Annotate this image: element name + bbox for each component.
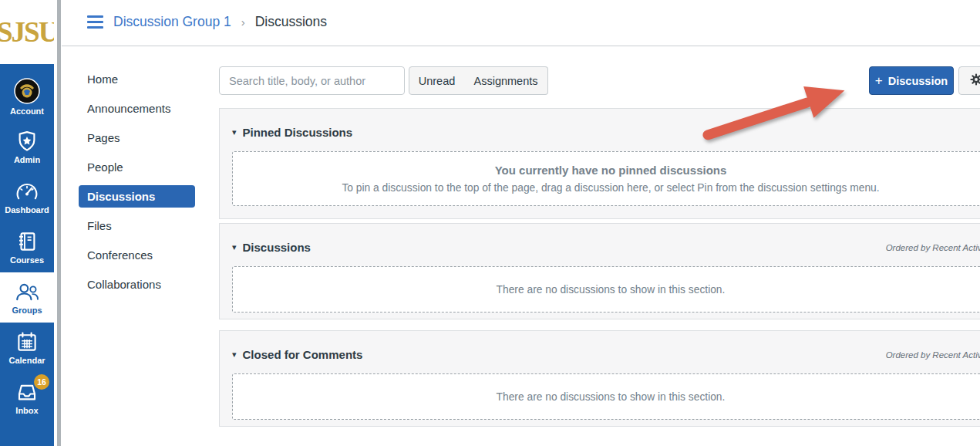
book-icon [15, 230, 39, 253]
global-nav-label: Dashboard [5, 205, 49, 215]
add-discussion-button[interactable]: + Discussion [869, 66, 954, 95]
sjsu-logo-text: SJSU [0, 15, 54, 49]
global-nav-items: Account Admin [0, 64, 54, 446]
global-nav-courses[interactable]: Courses [0, 222, 54, 272]
course-nav-home[interactable]: Home [87, 69, 218, 89]
global-nav-logout[interactable] [0, 429, 54, 446]
header-divider [62, 46, 980, 46]
empty-state-title: You currently have no pinned discussions [495, 164, 727, 177]
breadcrumb: Discussion Group 1 › Discussions [87, 14, 327, 30]
window-divider [57, 0, 61, 446]
shield-star-icon [15, 130, 39, 153]
course-nav-conferences[interactable]: Conferences [87, 245, 218, 265]
global-nav-groups[interactable]: Groups [0, 272, 54, 323]
global-nav-label: Groups [12, 306, 42, 315]
global-nav-admin[interactable]: Admin [0, 122, 54, 172]
ordered-by-label: Ordered by Recent Activity [886, 243, 980, 252]
global-nav-label: Account [10, 106, 44, 116]
empty-state-body: There are no discussions to show in this… [497, 284, 726, 296]
collapse-arrow-icon[interactable]: ▾ [232, 350, 237, 360]
closed-empty-dropzone[interactable]: There are no discussions to show in this… [232, 373, 980, 420]
global-nav-label: Calendar [8, 356, 45, 365]
course-nav: Home Announcements Pages People Discussi… [87, 69, 218, 304]
unread-filter-button[interactable]: Unread [409, 66, 465, 95]
add-discussion-label: Discussion [888, 75, 948, 87]
course-nav-announcements[interactable]: Announcements [87, 99, 218, 118]
closed-for-comments-section: ▾ Closed for Comments Ordered by Recent … [219, 330, 980, 427]
breadcrumb-group-link[interactable]: Discussion Group 1 [113, 14, 231, 30]
global-nav-label: Admin [14, 155, 40, 164]
hamburger-menu-icon[interactable] [87, 15, 103, 29]
gear-icon [969, 73, 980, 89]
groups-people-icon [14, 280, 40, 303]
course-nav-people[interactable]: People [87, 157, 218, 177]
global-nav: SJSU Account [0, 0, 54, 446]
section-header: ▾ Discussions [220, 224, 980, 254]
account-avatar [14, 78, 40, 104]
gauge-icon [15, 180, 39, 203]
pinned-empty-dropzone[interactable]: You currently have no pinned discussions… [232, 151, 980, 206]
section-title: Closed for Comments [243, 348, 363, 361]
breadcrumb-current: Discussions [255, 14, 327, 30]
discussions-panel: ▾ Pinned Discussions You currently have … [219, 108, 980, 427]
canvas-discussions-page: SJSU Account [0, 0, 980, 446]
assignments-filter-button[interactable]: Assignments [464, 66, 548, 95]
collapse-arrow-icon[interactable]: ▾ [232, 127, 237, 137]
inbox-unread-badge: 16 [34, 374, 49, 390]
calendar-icon [15, 330, 39, 353]
section-header: ▾ Closed for Comments [220, 331, 980, 361]
plus-icon: + [875, 73, 883, 89]
logout-arrow-icon [15, 444, 39, 446]
pinned-discussions-section: ▾ Pinned Discussions You currently have … [219, 108, 980, 219]
empty-state-body: To pin a discussion to the top of the pa… [342, 182, 879, 194]
inbox-tray-icon: 16 [15, 380, 39, 404]
global-nav-inbox[interactable]: 16 Inbox [0, 373, 54, 423]
global-nav-calendar[interactable]: Calendar [0, 323, 54, 373]
course-nav-files[interactable]: Files [87, 216, 218, 235]
breadcrumb-separator: › [241, 15, 245, 29]
course-nav-collaborations[interactable]: Collaborations [87, 275, 218, 294]
section-title: Discussions [243, 241, 311, 254]
settings-gear-button[interactable] [958, 66, 980, 95]
discussions-section: ▾ Discussions Ordered by Recent Activity… [219, 223, 980, 319]
collapse-arrow-icon[interactable]: ▾ [232, 242, 237, 252]
discussions-empty-dropzone[interactable]: There are no discussions to show in this… [232, 266, 980, 313]
sjsu-logo[interactable]: SJSU [0, 0, 54, 64]
section-header: ▾ Pinned Discussions [220, 109, 980, 139]
global-nav-label: Courses [10, 255, 44, 265]
course-nav-discussions[interactable]: Discussions [87, 187, 218, 206]
search-input[interactable] [219, 66, 405, 95]
section-title: Pinned Discussions [243, 126, 353, 139]
global-nav-account[interactable]: Account [0, 72, 54, 122]
global-nav-dashboard[interactable]: Dashboard [0, 172, 54, 222]
empty-state-body: There are no discussions to show in this… [497, 391, 726, 403]
global-nav-label: Inbox [15, 406, 38, 415]
course-nav-pages[interactable]: Pages [87, 128, 218, 147]
ordered-by-label: Ordered by Recent Activity [886, 350, 980, 360]
